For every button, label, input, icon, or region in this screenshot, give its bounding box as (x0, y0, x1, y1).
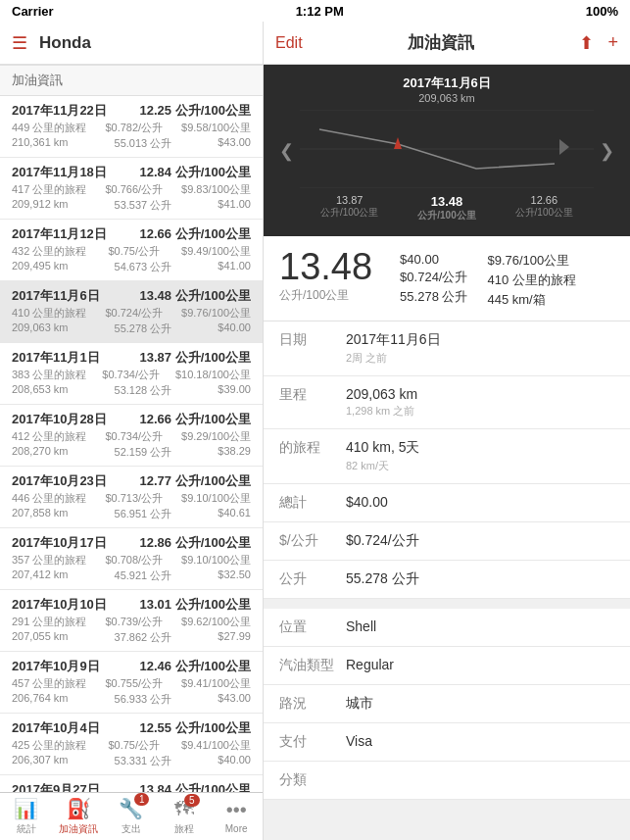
detail-row-3: 總計 $40.00 (264, 484, 630, 522)
status-bar: Carrier 1:12 PM 100% (0, 0, 630, 22)
add-button[interactable]: + (607, 32, 618, 54)
fuel-item[interactable]: 2017年9月27日 13.84 公升/100公里 251 公里的旅程 $0.7… (0, 775, 263, 792)
big-num-col1: $40.00$0.724/公升55.278 公升 (400, 252, 467, 309)
chart-title: 2017年11月6日 (403, 74, 491, 92)
chart-labels: 13.87公升/100公里13.48公升/100公里12.66公升/100公里 (273, 190, 620, 226)
menu-icon[interactable]: ☰ (12, 32, 27, 54)
chart-svg (300, 110, 594, 192)
tab-統計[interactable]: 📊 統計 (0, 793, 53, 840)
detail-row-5: 公升 55.278 公升 (264, 561, 630, 599)
detail-row-0: 日期 2017年11月6日2周 之前 (264, 321, 630, 376)
tab-icon-4: ••• (226, 799, 247, 820)
tab-label-1: 加油資訊 (59, 822, 98, 836)
svg-marker-4 (559, 139, 569, 155)
detail-section: 日期 2017年11月6日2周 之前 里程 209,063 km1,298 km… (264, 321, 630, 800)
chart-label-2: 12.66公升/100公里 (515, 194, 573, 222)
detail-row-6: 位置 Shell (264, 609, 630, 647)
detail-row-10: 分類 (264, 762, 630, 800)
fuel-item[interactable]: 2017年11月22日 12.25 公升/100公里 449 公里的旅程 $0.… (0, 96, 263, 158)
tab-label-0: 統計 (17, 822, 36, 836)
tab-加油資訊[interactable]: ⛽ 加油資訊 (53, 793, 106, 840)
left-header: ☰ Honda (0, 22, 263, 65)
detail-row-9: 支付 Visa (264, 723, 630, 762)
tab-支出[interactable]: 🔧 1 支出 (105, 793, 158, 840)
tab-label-2: 支出 (121, 822, 141, 836)
detail-gap (264, 599, 630, 609)
detail-row-4: $/公升 $0.724/公升 (264, 522, 630, 561)
right-title: 加油資訊 (408, 31, 474, 54)
tab-label-4: More (225, 823, 248, 834)
time: 1:12 PM (296, 4, 344, 19)
big-num-right: $40.00$0.724/公升55.278 公升$9.76/100公里410 公… (400, 252, 576, 309)
fuel-item[interactable]: 2017年10月17日 12.86 公升/100公里 357 公里的旅程 $0.… (0, 528, 263, 590)
tab-More[interactable]: ••• More (210, 793, 263, 840)
chart-graph: ❮ ❯ (273, 112, 620, 190)
fuel-list: 2017年11月22日 12.25 公升/100公里 449 公里的旅程 $0.… (0, 96, 263, 792)
fuel-item[interactable]: 2017年10月10日 13.01 公升/100公里 291 公里的旅程 $0.… (0, 590, 263, 652)
chart-label-0: 13.87公升/100公里 (320, 194, 378, 222)
detail-row-2: 的旅程 410 km, 5天82 km/天 (264, 429, 630, 484)
detail-row-7: 汽油類型 Regular (264, 647, 630, 685)
chart-next[interactable]: ❯ (594, 140, 620, 162)
big-num-left: 13.48 公升/100公里 (279, 248, 372, 304)
tab-icon-1: ⛽ (67, 798, 91, 819)
big-num-area: 13.48 公升/100公里 $40.00$0.724/公升55.278 公升$… (264, 236, 630, 321)
header-actions: ⬆ + (579, 32, 618, 54)
chart-label-1: 13.48公升/100公里 (417, 194, 475, 222)
tab-旅程[interactable]: 🗺 5 旅程 (158, 793, 211, 840)
big-num-unit: 公升/100公里 (279, 287, 372, 304)
edit-button[interactable]: Edit (275, 34, 303, 52)
battery: 100% (586, 4, 618, 19)
tab-label-3: 旅程 (174, 822, 194, 836)
tab-bar: 📊 統計 ⛽ 加油資訊 🔧 1 支出 🗺 5 旅程 ••• More (0, 792, 263, 840)
right-header: Edit 加油資訊 ⬆ + (264, 22, 630, 65)
fuel-item[interactable]: 2017年10月23日 12.77 公升/100公里 446 公里的旅程 $0.… (0, 467, 263, 528)
fuel-item[interactable]: 2017年11月6日 13.48 公升/100公里 410 公里的旅程 $0.7… (0, 281, 263, 343)
section-header: 加油資訊 (0, 65, 263, 96)
left-panel: ☰ Honda 加油資訊 2017年11月22日 12.25 公升/100公里 … (0, 22, 264, 840)
fuel-item[interactable]: 2017年11月12日 12.66 公升/100公里 432 公里的旅程 $0.… (0, 220, 263, 281)
left-title: Honda (39, 33, 91, 53)
carrier: Carrier (12, 4, 54, 19)
right-panel: Edit 加油資訊 ⬆ + 2017年11月6日 209,063 km ❮ (264, 22, 630, 840)
chart-prev[interactable]: ❮ (273, 140, 300, 162)
tab-icon-0: 📊 (14, 798, 38, 819)
big-num-col2: $9.76/100公里410 公里的旅程445 km/箱 (487, 252, 575, 309)
share-button[interactable]: ⬆ (579, 32, 594, 54)
fuel-item[interactable]: 2017年10月28日 12.66 公升/100公里 412 公里的旅程 $0.… (0, 405, 263, 467)
detail-row-8: 路況 城市 (264, 685, 630, 723)
fuel-item[interactable]: 2017年10月4日 12.55 公升/100公里 425 公里的旅程 $0.7… (0, 714, 263, 775)
fuel-item[interactable]: 2017年10月9日 12.46 公升/100公里 457 公里的旅程 $0.7… (0, 652, 263, 714)
fuel-item[interactable]: 2017年11月18日 12.84 公升/100公里 417 公里的旅程 $0.… (0, 158, 263, 220)
detail-row-1: 里程 209,063 km1,298 km 之前 (264, 376, 630, 429)
big-num-value: 13.48 (279, 248, 372, 285)
chart-subtitle: 209,063 km (418, 92, 474, 104)
fuel-item[interactable]: 2017年11月1日 13.87 公升/100公里 383 公里的旅程 $0.7… (0, 343, 263, 405)
chart-area: 2017年11月6日 209,063 km ❮ (264, 65, 630, 236)
